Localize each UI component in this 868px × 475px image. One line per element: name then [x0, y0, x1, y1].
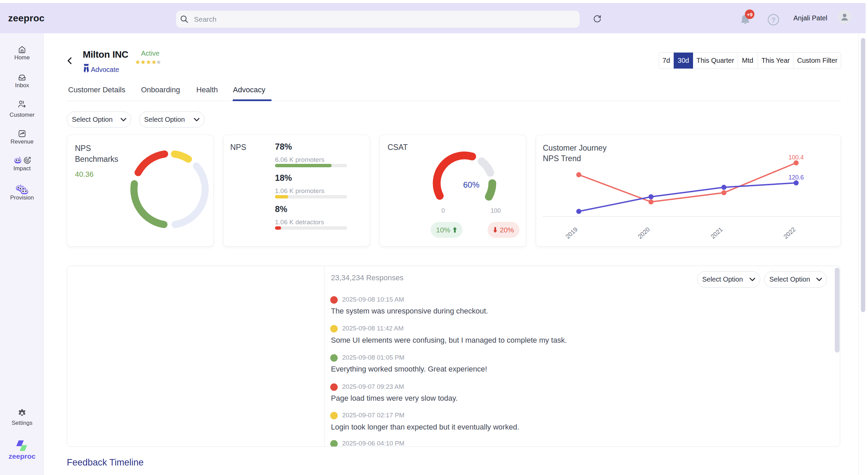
svg-text:?: ? [771, 16, 776, 24]
